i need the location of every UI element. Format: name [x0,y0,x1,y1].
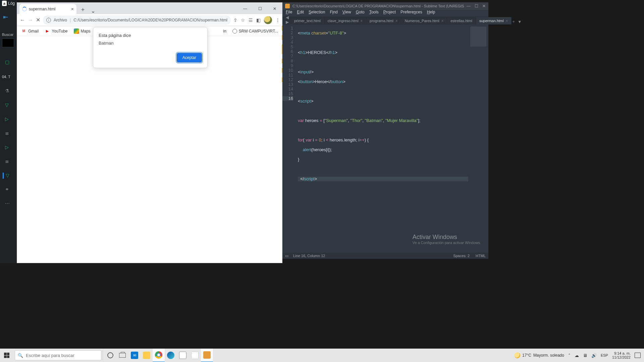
editor-tab[interactable]: clave_ingreso.html× [324,17,366,24]
editor-tab[interactable]: primer_text.html [291,17,324,24]
minimize-button[interactable]: — [238,3,253,14]
share-icon[interactable]: ⇪ [233,17,237,23]
menu-goto[interactable]: Goto [356,10,365,16]
profile-avatar[interactable] [264,16,272,24]
taskbar-app-explorer[interactable] [141,349,153,362]
bookmark-maps[interactable]: Maps [74,28,91,34]
list-icon-2[interactable]: ≣ [5,159,12,165]
close-tab-icon[interactable]: × [71,6,74,12]
task-view-button[interactable] [116,349,128,362]
close-tab-icon[interactable]: × [361,19,363,23]
play-icon-2[interactable]: ▷ [5,144,12,150]
reading-list-icon[interactable]: ☰ [249,17,253,23]
menu-find[interactable]: Find [330,10,337,16]
book-icon[interactable]: ▽ [3,173,11,179]
code-editor[interactable]: 12345678910111213141516 <meta charset="U… [282,24,488,253]
minimap[interactable] [468,24,488,253]
accept-button[interactable]: Aceptar [177,53,202,62]
menu-tools[interactable]: Tools [369,10,379,16]
network-icon[interactable]: 🖥 [583,353,587,358]
menu-view[interactable]: View [342,10,351,16]
editor-tab[interactable]: programa.html× [366,17,401,24]
bookmark-label: Maps [81,29,91,34]
bookmark-youtube[interactable]: ▶YouTube [45,28,67,34]
kebab-menu-icon[interactable]: ⋮ [275,17,280,23]
sidebar-item[interactable]: 04. T [0,73,17,80]
taskbar-app-sublime[interactable] [201,349,213,362]
windows-taskbar: 🔍 Escribe aquí para buscar ✉ 🛍 ◕ 17°C Ma… [0,349,644,362]
menu-help[interactable]: Help [427,10,435,16]
weather-widget[interactable]: 17°C Mayorm. soleado [514,352,564,358]
windows-logo-icon [4,353,9,358]
taskbar-search[interactable]: 🔍 Escribe aquí para buscar [15,350,101,360]
new-tab-button[interactable]: + [78,5,87,14]
toolbar-right: ⇪ ☆ ☰ ◧ ⋮ [233,16,280,24]
forward-button[interactable]: → [28,17,33,23]
indent-setting[interactable]: Spaces: 2 [453,254,470,258]
flask-icon[interactable]: ⚗ [5,88,12,94]
taskbar-app-unknown[interactable]: ◕ [189,349,201,362]
bookmark-trunc[interactable]: in [223,29,226,34]
cortana-button[interactable] [104,349,116,362]
tab-menu-icon[interactable]: ▼ [518,19,522,24]
volume-icon[interactable]: 🔊 [591,353,597,358]
list-icon[interactable]: ≣ [5,130,12,136]
tab-overflow-icon[interactable]: ⌄ [87,8,99,14]
editor-tab[interactable]: Numeros_Pares.html× [401,17,447,24]
taskbar-app-mail[interactable]: ✉ [128,349,141,362]
activation-title: Activar Windows [413,234,481,241]
close-button[interactable]: ✕ [482,4,486,8]
new-tab-icon[interactable]: ＋ [512,19,516,24]
editor-tab[interactable]: estrellas.html [447,17,476,24]
play-icon[interactable]: ▷ [5,116,12,122]
panel-switcher-icon[interactable]: ▭ [285,254,288,258]
site-info-icon[interactable]: i [46,18,51,22]
tab-history-nav[interactable]: ◀ ▶ [284,15,291,24]
bookmark-gmail[interactable]: MGmail [21,28,39,34]
more-icon[interactable]: ⋯ [5,201,12,207]
syntax-setting[interactable]: HTML [476,254,486,258]
input-language[interactable]: ESP [601,353,608,357]
menu-edit[interactable]: Edit [297,10,304,16]
code-area[interactable]: <meta charset="UTF-8"> <h1>HEROES</h1> <… [296,24,488,253]
file-icon[interactable]: ▢ [5,59,12,65]
menu-project[interactable]: Project [383,10,396,16]
sidebar-search-input[interactable] [2,39,14,47]
menu-preferences[interactable]: Preferences [400,10,422,16]
editor-tab-active[interactable]: superman.html× [476,17,512,24]
start-button[interactable] [0,349,13,362]
stop-reload-button[interactable]: ✕ [36,17,40,23]
address-bar[interactable]: i Archivo | C:/Users/escritorio/Document… [43,15,231,25]
maximize-button[interactable]: ☐ [475,4,478,8]
menu-selection[interactable]: Selection [309,10,325,16]
onedrive-icon[interactable]: ☁ [575,353,579,358]
maximize-button[interactable]: ☐ [253,3,267,14]
taskbar-app-edge[interactable] [165,349,177,362]
minimize-button[interactable]: — [467,4,471,8]
bookmark-srm[interactable]: SRM CAMPUSVIRT... [232,29,278,34]
shield-icon[interactable]: ▽ [5,102,12,108]
close-tab-icon[interactable]: × [395,19,397,23]
chrome-titlebar: superman.html × + ⌄ — ☐ ✕ [17,3,282,14]
clock-time: 9:14 a. m. [612,351,631,355]
back-button[interactable]: ← [20,17,25,23]
sublime-title-text: C:\Users\escritorio\Documents\LOGICA DE … [292,4,464,8]
clock[interactable]: 9:14 a. m. 11/12/2022 [612,351,631,359]
tab-overflow[interactable]: ＋▼ [512,19,524,24]
sublime-menubar[interactable]: File Edit Selection Find View Goto Tools… [282,10,488,16]
close-tab-icon[interactable]: × [506,19,508,23]
tray-overflow-icon[interactable]: ˄ [568,353,571,358]
taskbar-app-store[interactable]: 🛍 [177,349,189,362]
notifications-icon[interactable] [635,353,641,358]
browser-tab[interactable]: superman.html × [19,4,76,14]
globe-icon [232,29,237,34]
group-icon[interactable]: ⚭ [5,187,12,193]
close-window-button[interactable]: ✕ [267,3,282,14]
cursor-position: Line 16, Column 12 [293,254,325,258]
close-tab-icon[interactable]: × [441,19,443,23]
side-panel-icon[interactable]: ◧ [256,17,261,23]
collapse-sidebar-icon[interactable]: ⇤ [3,13,17,21]
page-viewport: Esta página dice Batman Aceptar [17,36,282,263]
bookmark-star-icon[interactable]: ☆ [241,17,245,23]
taskbar-app-chrome[interactable] [153,349,165,362]
